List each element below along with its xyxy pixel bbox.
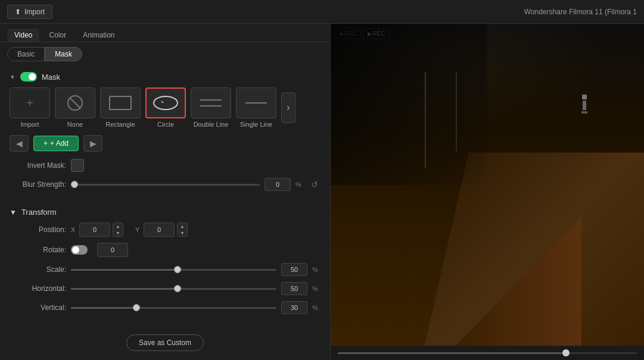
rotate-row: Rotate: [10, 243, 321, 257]
invert-mask-checkbox[interactable] [71, 159, 84, 172]
blur-strength-reset-button[interactable]: ↺ [309, 179, 321, 190]
svg-point-3 [154, 96, 178, 109]
app-title: Wondershare Filmora 11 (Filmora 1 [524, 8, 637, 16]
timeline-track[interactable] [338, 352, 637, 354]
transform-collapse-arrow: ▼ [10, 208, 17, 217]
dark-overlay [331, 24, 487, 185]
scale-unit: % [312, 266, 321, 273]
mask-thumb-none [55, 87, 95, 118]
position-label: Position: [10, 226, 66, 234]
transform-section: ▼ Transform Position: X ▲ ▼ Y [0, 203, 330, 325]
skater-feet [581, 111, 587, 114]
scale-track[interactable] [71, 269, 276, 271]
double-line-icon [198, 94, 224, 112]
blur-strength-track[interactable] [71, 184, 260, 186]
video-preview: ▶REC ▶REC [331, 24, 644, 346]
playback-bar [331, 346, 644, 360]
position-x-input[interactable] [79, 223, 110, 237]
position-x-spinner: ▲ ▼ [113, 223, 123, 237]
horizontal-fill [71, 288, 174, 290]
mask-label-rectangle: Rectangle [105, 121, 135, 128]
mask-label-single-line: Single Line [240, 121, 272, 128]
add-button[interactable]: + + Add [33, 136, 79, 151]
horizontal-track[interactable] [71, 288, 276, 290]
transform-section-header[interactable]: ▼ Transform [10, 208, 321, 217]
main-content: Video Color Animation Basic Mask ▼ Mask … [0, 24, 644, 360]
mask-item-rectangle[interactable]: Rectangle [100, 87, 141, 128]
svg-line-4 [161, 101, 163, 103]
x-axis-label: X [71, 226, 77, 233]
skater-figure [581, 95, 587, 114]
chevron-right-icon: › [287, 102, 290, 113]
horizontal-unit: % [312, 285, 321, 292]
right-panel: ▶REC ▶REC [331, 24, 644, 360]
save-custom-button[interactable]: Save as Custom [126, 334, 204, 351]
next-icon: ▶ [90, 139, 97, 148]
position-y-up-button[interactable]: ▲ [178, 223, 187, 230]
skater-head [582, 95, 587, 99]
invert-mask-label: Invert Mask: [10, 161, 66, 170]
vertical-row: Vertical: % [10, 301, 321, 314]
top-bar: ⬆ Import Wondershare Filmora 11 (Filmora… [0, 0, 644, 24]
horizontal-thumb[interactable] [174, 285, 181, 292]
mask-thumb-rectangle [100, 87, 141, 118]
mask-item-none[interactable]: None [55, 87, 95, 128]
transform-section-title: Transform [21, 208, 57, 217]
mask-section-title: Mask [42, 73, 60, 82]
left-panel: Video Color Animation Basic Mask ▼ Mask … [0, 24, 331, 360]
vertical-unit: % [312, 304, 321, 311]
scale-fill [71, 269, 174, 271]
vertical-input[interactable] [281, 301, 307, 314]
scale-thumb[interactable] [174, 266, 181, 273]
structure-line-1 [425, 72, 426, 168]
scale-input[interactable] [281, 263, 307, 276]
tab-color[interactable]: Color [42, 29, 73, 42]
position-x-up-button[interactable]: ▲ [113, 223, 123, 230]
single-line-icon [243, 94, 269, 112]
add-icon: + [43, 139, 48, 148]
vertical-thumb[interactable] [133, 304, 140, 311]
rotate-label: Rotate: [10, 246, 66, 254]
vertical-track[interactable] [71, 307, 276, 309]
sub-tab-bar: Basic Mask [0, 42, 330, 66]
sub-tab-basic[interactable]: Basic [7, 47, 45, 61]
next-button[interactable]: ▶ [83, 135, 102, 152]
position-y-spinner: ▲ ▼ [177, 223, 188, 237]
mask-thumb-single-line [236, 87, 276, 118]
tab-animation[interactable]: Animation [76, 29, 122, 42]
mask-label-double-line: Double Line [194, 121, 229, 128]
blur-strength-unit: % [295, 181, 304, 188]
import-label: Import [24, 8, 45, 16]
rotate-toggle[interactable] [71, 245, 88, 255]
mask-toggle[interactable] [20, 72, 37, 82]
mask-item-double-line[interactable]: Double Line [191, 87, 231, 128]
prev-button[interactable]: ◀ [10, 135, 29, 152]
timeline-thumb[interactable] [562, 349, 570, 356]
horizontal-input[interactable] [281, 282, 307, 295]
sub-tab-mask[interactable]: Mask [45, 47, 82, 61]
blur-strength-thumb[interactable] [71, 181, 78, 188]
horizontal-row: Horizontal: % [10, 282, 321, 295]
svg-rect-2 [110, 96, 131, 109]
mask-options-row: + Import None [10, 87, 321, 128]
more-masks-button[interactable]: › [281, 92, 295, 123]
blur-strength-input[interactable] [265, 178, 291, 191]
blur-strength-row: Blur Strength: % ↺ [10, 178, 321, 191]
position-x-down-button[interactable]: ▼ [113, 230, 123, 236]
scale-slider-container [71, 269, 276, 271]
rotate-input[interactable] [97, 243, 128, 257]
scale-row: Scale: % [10, 263, 321, 276]
import-button[interactable]: ⬆ Import [7, 5, 52, 19]
skater-body [583, 101, 586, 110]
vertical-slider-container [71, 307, 276, 309]
mask-item-circle[interactable]: Circle [145, 87, 186, 128]
mask-thumb-import: + [10, 87, 50, 118]
mask-section-header[interactable]: ▼ Mask [10, 72, 321, 82]
tab-video[interactable]: Video [7, 29, 39, 42]
import-icon: ⬆ [15, 8, 21, 16]
structure-line-2 [456, 72, 457, 152]
mask-item-import[interactable]: + Import [10, 87, 50, 128]
mask-item-single-line[interactable]: Single Line [236, 87, 276, 128]
position-y-down-button[interactable]: ▼ [178, 230, 187, 236]
position-y-input[interactable] [144, 223, 175, 237]
